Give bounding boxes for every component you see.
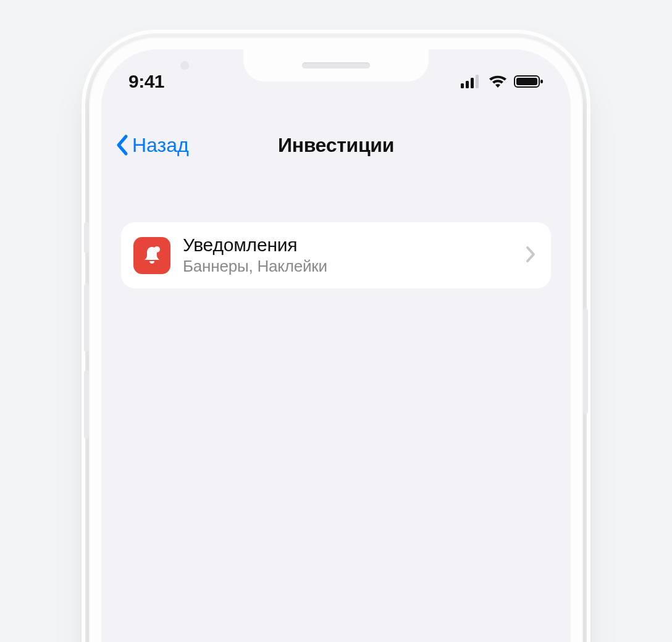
back-label: Назад	[132, 134, 189, 157]
volume-down-button	[84, 370, 89, 438]
nav-bar: Назад Инвестиции	[101, 123, 571, 167]
power-button	[583, 309, 588, 414]
chevron-left-icon	[115, 134, 130, 156]
content: Уведомления Баннеры, Наклейки	[121, 222, 551, 288]
battery-icon	[514, 75, 544, 88]
row-subtitle: Баннеры, Наклейки	[183, 257, 513, 276]
wifi-icon	[488, 75, 508, 88]
mute-switch	[84, 222, 89, 253]
screen: 9:41	[101, 49, 571, 642]
front-camera	[180, 61, 189, 70]
cellular-icon	[461, 75, 482, 88]
svg-rect-0	[461, 83, 464, 88]
svg-rect-6	[540, 80, 543, 83]
phone-frame: 9:41	[89, 37, 583, 642]
svg-rect-5	[516, 78, 537, 85]
settings-group: Уведомления Баннеры, Наклейки	[121, 222, 551, 288]
back-button[interactable]: Назад	[115, 134, 189, 157]
bell-icon	[133, 237, 170, 274]
svg-rect-2	[471, 78, 474, 88]
row-title: Уведомления	[183, 235, 513, 256]
volume-up-button	[84, 284, 89, 352]
chevron-right-icon	[525, 245, 536, 266]
svg-rect-1	[466, 81, 469, 88]
notifications-row[interactable]: Уведомления Баннеры, Наклейки	[121, 222, 551, 288]
status-indicators	[461, 75, 544, 88]
svg-rect-3	[476, 75, 479, 88]
svg-point-9	[155, 247, 159, 251]
notch	[243, 49, 429, 81]
status-time: 9:41	[128, 71, 164, 92]
row-text: Уведомления Баннеры, Наклейки	[183, 235, 513, 276]
speaker-grille	[302, 62, 370, 69]
canvas: 9:41	[0, 0, 672, 642]
